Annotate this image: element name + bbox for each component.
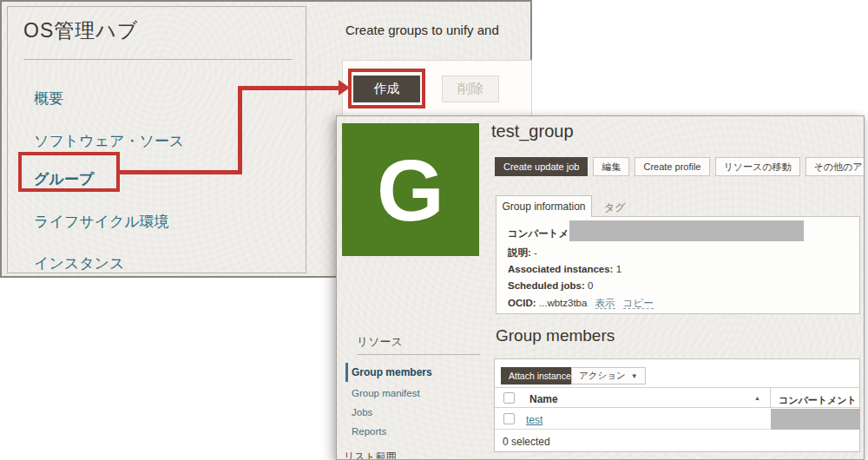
avatar-letter: G	[377, 147, 444, 233]
resource-item-jobs[interactable]: Jobs	[352, 407, 372, 417]
description-value: -	[534, 247, 537, 258]
redacted-compartment-cell	[771, 409, 860, 430]
os-hub-nav-panel: OS管理ハブ 概要 ソフトウェア・ソース グループ ライフサイクル環境 インスタ…	[7, 6, 306, 273]
associated-instances-field: Associated instances: 1	[508, 264, 621, 274]
resource-item-group-members[interactable]: Group members	[352, 366, 432, 378]
move-resource-button[interactable]: リソースの移動	[715, 157, 800, 176]
group-title: test_group	[491, 122, 574, 141]
create-profile-button[interactable]: Create profile	[635, 157, 709, 176]
associated-instances-value: 1	[616, 264, 621, 274]
annotation-arrow-segment	[238, 86, 340, 90]
resource-item-reports[interactable]: Reports	[352, 426, 386, 437]
select-all-checkbox[interactable]	[503, 392, 515, 404]
column-header-compartment[interactable]: コンパートメント	[779, 394, 857, 407]
annotation-arrow-segment	[120, 170, 242, 174]
delete-button: 削除	[442, 76, 499, 102]
divider	[23, 59, 293, 60]
selected-item-indicator	[345, 363, 348, 382]
selection-count: 0 selected	[503, 436, 550, 448]
column-header-name[interactable]: Name	[529, 393, 558, 405]
annotation-arrow-segment	[238, 86, 242, 174]
more-actions-button[interactable]: その他のアクション ▼	[806, 157, 865, 176]
group-actions-toolbar: Create update job 編集 Create profile リソース…	[495, 157, 865, 176]
highlight-box-create	[348, 69, 425, 108]
ocid-copy-link[interactable]: コピー	[623, 298, 654, 309]
associated-instances-label: Associated instances:	[508, 264, 613, 274]
scheduled-jobs-value: 0	[588, 280, 593, 291]
scheduled-jobs-label: Scheduled jobs:	[508, 280, 585, 291]
ocid-field: OCID: ...wbtz3tba 表示 コピー	[508, 297, 654, 310]
tab-tags[interactable]: タグ	[604, 200, 626, 215]
table-actions-button[interactable]: アクション ▼	[571, 367, 646, 384]
more-actions-label: その他のアクション	[814, 161, 865, 174]
group-avatar: G	[342, 123, 479, 256]
sidebar-item-overview[interactable]: 概要	[34, 89, 63, 108]
scheduled-jobs-field: Scheduled jobs: 0	[508, 280, 593, 291]
sidebar-item-instances[interactable]: インスタンス	[34, 253, 124, 273]
attach-instance-button[interactable]: Attach instance	[501, 367, 579, 384]
table-header-row: Name ▲ コンパートメント	[495, 387, 859, 408]
divider	[357, 354, 480, 355]
column-divider	[770, 388, 771, 407]
ocid-value: ...wbtz3tba	[539, 298, 588, 308]
sidebar-item-software-sources[interactable]: ソフトウェア・ソース	[34, 131, 184, 151]
description-field: 説明: -	[508, 246, 537, 260]
group-members-table: Attach instance アクション ▼ Name ▲ コンパートメント …	[494, 358, 860, 452]
group-members-heading: Group members	[496, 326, 615, 345]
resources-title: リソース	[357, 334, 403, 350]
chevron-down-icon: ▼	[631, 372, 638, 380]
page-title: OS管理ハブ	[23, 17, 138, 44]
ocid-label: OCID:	[508, 298, 536, 308]
table-actions-label: アクション	[579, 370, 626, 382]
table-row: test	[495, 409, 859, 430]
resource-item-group-manifest[interactable]: Group manifest	[352, 388, 420, 398]
create-update-job-button[interactable]: Create update job	[495, 157, 588, 176]
clipped-section-title: リスト範囲	[344, 450, 397, 460]
group-information-panel: コンパートメント: 説明: - Associated instances: 1 …	[496, 216, 860, 314]
description-label: 説明:	[508, 247, 531, 258]
groups-page-subtitle: Create groups to unify and	[345, 23, 499, 37]
highlight-box-groups	[18, 152, 120, 192]
member-name-link[interactable]: test	[526, 414, 542, 426]
group-detail-window: G test_group Create update job 編集 Create…	[336, 115, 865, 460]
sidebar-item-lifecycle-environments[interactable]: ライフサイクル環境	[34, 212, 169, 232]
tab-group-information[interactable]: Group information	[496, 195, 592, 217]
sort-ascending-icon[interactable]: ▲	[754, 395, 760, 401]
redacted-compartment-value	[569, 220, 804, 241]
ocid-show-link[interactable]: 表示	[595, 298, 615, 309]
row-checkbox[interactable]	[503, 413, 515, 424]
edit-button[interactable]: 編集	[593, 157, 629, 176]
